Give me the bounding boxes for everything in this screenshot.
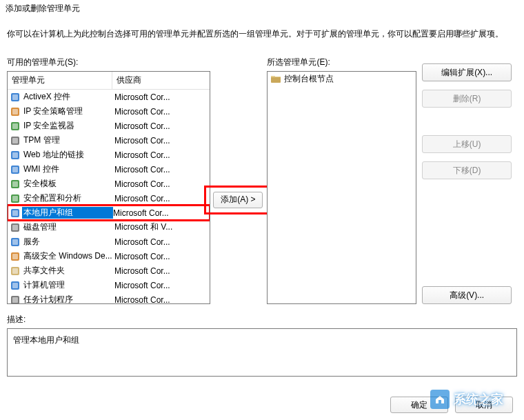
remove-button: 删除(R): [422, 90, 512, 108]
list-item-vendor: Microsoft Cor...: [114, 165, 208, 174]
svg-rect-27: [12, 283, 18, 288]
list-item-name: 高级安全 Windows De...: [23, 250, 114, 262]
snapin-icon: [10, 193, 21, 204]
list-item[interactable]: Web 地址的链接Microsoft Cor...: [8, 148, 210, 162]
ok-button[interactable]: 确定: [390, 397, 448, 413]
svg-rect-19: [12, 225, 18, 230]
selected-label: 所选管理单元(E):: [267, 57, 416, 68]
description-text: 管理本地用户和组: [13, 335, 79, 345]
dialog-title: 添加或删除管理单元: [0, 0, 524, 17]
folder-icon: [270, 73, 281, 84]
list-item[interactable]: 磁盘管理Microsoft 和 V...: [8, 220, 210, 234]
available-column: 可用的管理单元(S): 管理单元 供应商 ActiveX 控件Microsoft…: [7, 57, 210, 304]
snapin-icon: [10, 106, 21, 117]
list-item[interactable]: TPM 管理Microsoft Cor...: [8, 133, 210, 148]
list-item[interactable]: 计算机管理Microsoft Cor...: [8, 278, 210, 292]
list-item[interactable]: 服务Microsoft Cor...: [8, 234, 210, 249]
list-item[interactable]: WMI 控件Microsoft Cor...: [8, 162, 210, 177]
svg-rect-17: [12, 210, 18, 216]
svg-rect-11: [12, 167, 18, 172]
move-down-button: 下移(D): [422, 161, 512, 179]
instruction-text: 你可以在计算机上为此控制台选择可用的管理单元并配置所选的一组管理单元。对于可扩展…: [0, 17, 524, 57]
middle-column: 添加(A) >: [210, 57, 265, 304]
list-item-name: 任务计划程序: [23, 294, 114, 304]
list-item[interactable]: 共享文件夹Microsoft Cor...: [8, 263, 210, 278]
list-item-vendor: Microsoft Cor...: [114, 150, 208, 160]
list-item-vendor: Microsoft Cor...: [114, 107, 208, 117]
available-label: 可用的管理单元(S):: [7, 57, 210, 68]
list-item-name: IP 安全监视器: [23, 120, 114, 132]
svg-rect-15: [12, 196, 18, 201]
bottom-bar: 确定 取消: [390, 397, 513, 413]
svg-rect-7: [12, 138, 18, 143]
svg-rect-25: [12, 268, 18, 274]
list-item-vendor: Microsoft Cor...: [114, 295, 208, 305]
selected-column: 所选管理单元(E): 控制台根节点: [267, 57, 416, 304]
snapin-icon: [10, 135, 21, 146]
selected-root-item[interactable]: 控制台根节点: [268, 72, 416, 86]
list-item-vendor: Microsoft Cor...: [114, 266, 208, 276]
snapin-icon: [10, 294, 21, 305]
list-item-vendor: Microsoft Cor...: [113, 208, 208, 218]
list-item-vendor: Microsoft Cor...: [114, 281, 208, 290]
svg-rect-23: [12, 254, 18, 259]
cancel-button[interactable]: 取消: [455, 397, 513, 413]
list-item[interactable]: ActiveX 控件Microsoft Cor...: [8, 90, 210, 104]
advanced-button[interactable]: 高级(V)...: [422, 286, 512, 304]
description-box: 管理本地用户和组: [7, 328, 517, 377]
selected-listbox[interactable]: 控制台根节点: [267, 71, 416, 304]
edit-extensions-button[interactable]: 编辑扩展(X)...: [422, 63, 512, 81]
list-item[interactable]: 任务计划程序Microsoft Cor...: [8, 292, 210, 304]
side-buttons: 编辑扩展(X)... 删除(R) 上移(U) 下移(D) 高级(V)...: [422, 57, 517, 304]
snapin-icon: [10, 251, 21, 262]
svg-rect-1: [12, 94, 18, 100]
snapin-icon: [10, 179, 21, 190]
list-item-vendor: Microsoft Cor...: [114, 194, 208, 203]
snapin-icon: [10, 222, 21, 233]
add-button[interactable]: 添加(A) >: [213, 192, 263, 208]
list-item[interactable]: IP 安全监视器Microsoft Cor...: [8, 119, 210, 133]
list-item-name: 共享文件夹: [23, 265, 114, 277]
selected-root-label: 控制台根节点: [284, 73, 334, 85]
snapin-icon: [10, 266, 21, 277]
list-item-name: 计算机管理: [23, 279, 114, 291]
svg-rect-13: [12, 181, 18, 187]
list-item-name: 安全配置和分析: [23, 192, 114, 204]
svg-rect-5: [12, 123, 18, 129]
add-button-highlight: 添加(A) >: [204, 186, 272, 214]
description-area: 描述: 管理本地用户和组: [0, 314, 524, 377]
snapin-icon: [10, 208, 21, 219]
list-item-name: WMI 控件: [23, 163, 114, 175]
available-listbox[interactable]: 管理单元 供应商 ActiveX 控件Microsoft Cor...IP 安全…: [7, 71, 210, 304]
description-label: 描述:: [7, 314, 517, 326]
list-item-name: TPM 管理: [23, 134, 114, 146]
header-name[interactable]: 管理单元: [8, 72, 112, 89]
list-item[interactable]: 高级安全 Windows De...Microsoft Cor...: [8, 249, 210, 263]
list-item-name: Web 地址的链接: [23, 149, 114, 161]
list-item[interactable]: 本地用户和组Microsoft Cor...: [8, 206, 210, 220]
selected-row-highlight: 本地用户和组Microsoft Cor...: [8, 206, 210, 220]
snapin-icon: [10, 164, 21, 175]
header-vendor[interactable]: 供应商: [112, 72, 210, 89]
list-item-vendor: Microsoft Cor...: [114, 121, 208, 131]
list-item-vendor: Microsoft Cor...: [114, 136, 208, 146]
snapin-icon: [10, 237, 21, 248]
list-item-name: 本地用户和组: [22, 207, 113, 219]
list-item[interactable]: 安全配置和分析Microsoft Cor...: [8, 191, 210, 206]
snapin-icon: [10, 121, 21, 132]
list-item-name: IP 安全策略管理: [23, 106, 114, 117]
snapin-icon: [10, 150, 21, 161]
main-area: 可用的管理单元(S): 管理单元 供应商 ActiveX 控件Microsoft…: [0, 57, 524, 304]
list-item-name: 安全模板: [23, 178, 114, 190]
available-list-header: 管理单元 供应商: [8, 72, 210, 90]
list-item[interactable]: IP 安全策略管理Microsoft Cor...: [8, 104, 210, 119]
svg-rect-29: [12, 297, 18, 303]
svg-rect-21: [12, 239, 18, 245]
list-item-vendor: Microsoft Cor...: [114, 92, 208, 102]
list-item-vendor: Microsoft Cor...: [114, 237, 208, 247]
list-item-name: 服务: [23, 236, 114, 248]
list-item-vendor: Microsoft Cor...: [114, 252, 208, 261]
list-item[interactable]: 安全模板Microsoft Cor...: [8, 177, 210, 191]
svg-rect-3: [12, 109, 18, 114]
list-item-name: ActiveX 控件: [23, 91, 114, 103]
